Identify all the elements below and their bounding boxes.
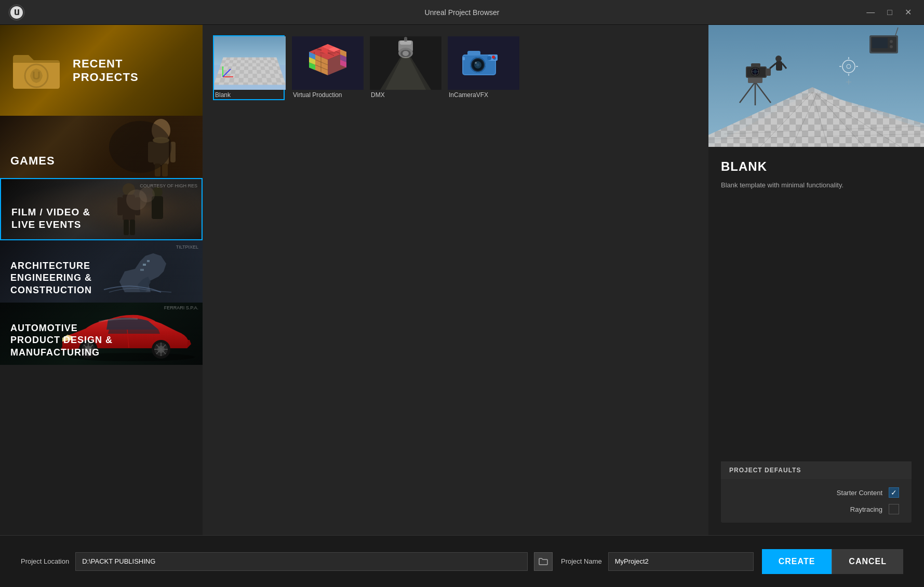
starter-content-row: Starter Content [733, 487, 899, 498]
cancel-button[interactable]: CANCEL [832, 549, 903, 574]
template-card-incameravfx[interactable]: InCameraVFX [447, 35, 518, 100]
svg-rect-25 [147, 260, 150, 262]
svg-line-45 [223, 69, 231, 77]
project-name-label: Project Name [561, 557, 602, 565]
title-bar: Unreal Project Browser — □ ✕ [0, 0, 924, 25]
svg-point-88 [487, 56, 491, 60]
action-buttons: CREATE CANCEL [762, 549, 903, 574]
svg-rect-112 [766, 69, 771, 76]
project-defaults-body: Starter Content Raytracing [721, 479, 912, 523]
svg-point-110 [754, 70, 757, 73]
svg-text:U: U [32, 69, 41, 82]
left-sidebar: U RECENT PROJECTS [0, 25, 203, 535]
create-button[interactable]: CREATE [762, 549, 832, 574]
incvfx-camera-illustration [448, 36, 519, 90]
template-card-dmx[interactable]: DMX [369, 35, 440, 100]
raytracing-label: Raytracing [733, 506, 882, 513]
sidebar-item-automotive[interactable]: FERRARI S.P.A. AUTOMOTIVEPRODUCT DESIGN … [0, 303, 203, 365]
window-title: Unreal Project Browser [425, 8, 500, 17]
svg-rect-20 [152, 196, 163, 219]
svg-point-11 [109, 121, 171, 173]
template-card-vp-image [292, 36, 364, 90]
raytracing-row: Raytracing [733, 504, 899, 514]
auto-ferrari-text: FERRARI S.P.A. [164, 305, 198, 310]
recent-projects-label: RECENT PROJECTS [73, 57, 192, 84]
folder-browse-icon [539, 558, 548, 565]
svg-rect-132 [872, 38, 888, 48]
svg-point-74 [404, 37, 407, 40]
svg-rect-26 [140, 269, 144, 271]
arch-tiltpixel-text: TILTPIXEL [176, 244, 198, 250]
project-defaults: PROJECT DEFAULTS Starter Content Raytrac… [721, 461, 912, 523]
svg-rect-15 [117, 197, 123, 215]
ue-logo-icon [8, 4, 25, 21]
starter-content-label: Starter Content [733, 489, 882, 497]
right-panel: BLANK Blank template with minimal functi… [708, 25, 924, 535]
games-character-illustration [78, 116, 203, 178]
main-content: U RECENT PROJECTS [0, 25, 924, 535]
svg-point-113 [775, 56, 782, 62]
blank-axis-icon [220, 64, 236, 79]
svg-rect-85 [462, 57, 465, 60]
vp-cube-illustration [292, 36, 364, 90]
preview-title: BLANK [721, 159, 912, 174]
svg-rect-24 [143, 264, 146, 266]
sidebar-item-architecture[interactable]: TILTPIXEL ARCHITECTUREENGINEERING &CONST… [0, 240, 203, 303]
svg-point-81 [476, 63, 479, 66]
svg-rect-17 [124, 220, 129, 235]
svg-point-90 [492, 56, 495, 59]
svg-point-134 [890, 45, 893, 48]
template-card-dmx-label: DMX [370, 89, 386, 101]
folder-icon: U [10, 50, 62, 91]
project-name-group: Project Name [561, 552, 754, 571]
template-card-vp-label: Virtual Production [292, 89, 343, 101]
title-bar-left [8, 4, 25, 21]
template-card-blank-label: Blank [214, 89, 232, 101]
sidebar-item-film[interactable]: COURTESY OF HIGH RES FILM / VIDEO &LIVE … [0, 178, 203, 240]
preview-image [708, 25, 924, 147]
browse-button[interactable] [534, 552, 553, 571]
svg-rect-9 [162, 163, 168, 176]
template-grid: Blank [213, 35, 698, 100]
template-card-incvfx-label: InCameraVFX [448, 89, 489, 101]
sidebar-item-recent-projects[interactable]: U RECENT PROJECTS [0, 25, 203, 116]
close-button[interactable]: ✕ [901, 6, 916, 19]
project-location-input[interactable] [75, 552, 528, 571]
svg-rect-111 [751, 63, 760, 67]
maximize-button[interactable]: □ [883, 6, 896, 19]
project-name-input[interactable] [608, 552, 754, 571]
project-defaults-header: PROJECT DEFAULTS [721, 461, 912, 479]
svg-point-82 [475, 62, 477, 64]
preview-info: BLANK Blank template with minimal functi… [708, 147, 924, 461]
svg-point-72 [403, 51, 409, 56]
arch-label: ARCHITECTUREENGINEERING &CONSTRUCTION [10, 260, 92, 296]
minimize-button[interactable]: — [862, 6, 879, 19]
template-card-incvfx-image [448, 36, 519, 90]
film-label: FILM / VIDEO &LIVE EVENTS [11, 206, 90, 231]
svg-point-22 [139, 187, 155, 202]
svg-rect-84 [467, 51, 480, 56]
sidebar-item-games[interactable]: GAMES [0, 116, 203, 178]
project-location-group: Project Location [21, 552, 553, 571]
template-card-blank[interactable]: Blank [213, 35, 285, 100]
preview-scene-illustration [708, 25, 924, 147]
center-panel: Blank [203, 25, 708, 535]
template-card-virtual-production[interactable]: Virtual Production [291, 35, 363, 100]
template-card-blank-image [214, 36, 286, 90]
preview-description: Blank template with minimal functionalit… [721, 180, 912, 190]
svg-point-133 [890, 40, 893, 43]
svg-rect-18 [130, 220, 135, 235]
title-bar-controls: — □ ✕ [862, 6, 916, 19]
raytracing-checkbox[interactable] [889, 504, 899, 514]
games-label: GAMES [10, 154, 55, 168]
dmx-spotlight-illustration [370, 36, 441, 90]
template-card-dmx-image [370, 36, 441, 90]
starter-content-checkbox[interactable] [889, 487, 899, 498]
bottom-bar: Project Location Project Name CREATE CAN… [0, 535, 924, 587]
auto-label: AUTOMOTIVEPRODUCT DESIGN &MANUFACTURING [10, 322, 113, 359]
project-location-label: Project Location [21, 557, 69, 565]
svg-rect-114 [776, 61, 782, 71]
film-courtesy-text: COURTESY OF HIGH RES [140, 183, 197, 188]
